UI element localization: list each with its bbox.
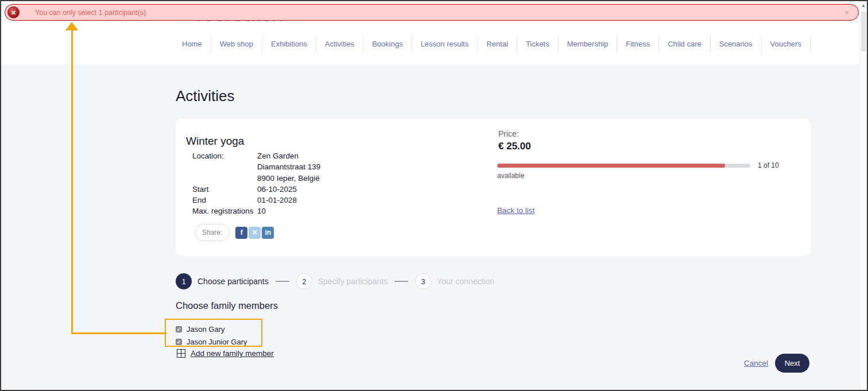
page-title: Activities (176, 87, 235, 105)
step-separator (394, 281, 408, 282)
nav-item-child-care[interactable]: Child care (659, 36, 711, 53)
detail-value: 8900 Ieper, België (257, 173, 320, 184)
checked-checkbox-icon[interactable]: ✓ (176, 339, 182, 345)
close-icon[interactable]: × (844, 8, 849, 17)
error-icon: ✕ (7, 6, 20, 18)
availability-count: 1 of 10 (758, 161, 779, 169)
facebook-icon[interactable]: f (235, 227, 247, 239)
linkedin-icon[interactable]: in (262, 227, 274, 239)
detail-row: 8900 Ieper, België (192, 173, 320, 184)
family-member-row[interactable]: ✓ Jason Junior Gary (176, 335, 247, 348)
nav-item-tickets[interactable]: Tickets (517, 36, 559, 53)
price-value: € 25.00 (498, 141, 531, 152)
detail-value: 10 (257, 206, 266, 216)
activity-details: Location: Zen Garden Diamantstraat 139 8… (192, 150, 320, 217)
x-twitter-icon[interactable]: ✕ (249, 227, 261, 239)
nav-item-lesson-results[interactable]: Lesson results (412, 36, 478, 53)
share-label: Share: (195, 224, 230, 241)
checked-checkbox-icon[interactable]: ✓ (176, 326, 182, 332)
step-separator (276, 281, 289, 282)
detail-label (192, 173, 257, 184)
family-members-heading: Choose family members (176, 300, 278, 311)
add-family-member[interactable]: Add new family member (177, 349, 274, 358)
availability-progress-bar (497, 164, 750, 168)
detail-row: Max. registrations 10 (192, 206, 320, 216)
social-buttons: f ✕ in (235, 227, 274, 239)
detail-row: Location: Zen Garden (192, 150, 320, 161)
nav-item-scenarios[interactable]: Scenarios (711, 36, 762, 53)
detail-value: Zen Garden (257, 150, 299, 161)
step-1-label: Choose participants (197, 277, 269, 286)
step-3-circle: 3 (415, 273, 431, 289)
detail-row: End 01-01-2028 (192, 195, 320, 206)
available-label: available (497, 172, 524, 180)
nav-item-bookings[interactable]: Bookings (363, 36, 412, 53)
plus-square-icon (177, 349, 185, 358)
detail-label: Location: (192, 150, 257, 161)
cancel-link[interactable]: Cancel (744, 359, 768, 367)
detail-label: End (192, 195, 257, 206)
detail-row: Start 06-10-2025 (192, 184, 320, 195)
detail-label: Start (192, 184, 257, 195)
nav-item-fitness[interactable]: Fitness (617, 36, 659, 53)
vertical-scrollbar[interactable]: ▲ (859, 1, 867, 390)
scrollbar-thumb[interactable] (861, 11, 866, 52)
family-member-row[interactable]: ✓ Jason Gary (176, 323, 247, 335)
family-member-name: Jason Junior Gary (187, 338, 247, 346)
detail-value: Diamantstraat 139 (257, 161, 320, 172)
error-banner: ✕ You can only select 1 participant(s) × (5, 4, 859, 21)
nav-item-exhibitions[interactable]: Exhibitions (262, 36, 316, 53)
family-member-list: ✓ Jason Gary ✓ Jason Junior Gary (176, 323, 247, 348)
nav-item-vouchers[interactable]: Vouchers (762, 36, 811, 53)
scrollbar-up-arrow-icon[interactable]: ▲ (860, 3, 867, 8)
detail-label: Max. registrations (192, 206, 257, 216)
detail-label (192, 161, 257, 172)
step-3-label: Your connection (437, 277, 494, 286)
webshop-window: recreatex Home Web shop Exhibitions Acti… (0, 0, 868, 391)
price-label: Price: (498, 129, 519, 138)
nav-item-activities[interactable]: Activities (316, 36, 363, 53)
activity-name: Winter yoga (186, 135, 244, 148)
detail-row: Diamantstraat 139 (192, 161, 320, 172)
availability-progress-fill (497, 164, 725, 168)
nav-item-web-shop[interactable]: Web shop (211, 36, 262, 53)
next-button[interactable]: Next (775, 354, 809, 373)
detail-value: 06-10-2025 (257, 184, 297, 195)
detail-value: 01-01-2028 (257, 195, 297, 206)
add-family-member-link[interactable]: Add new family member (191, 349, 274, 358)
nav-item-rental[interactable]: Rental (478, 36, 517, 53)
back-to-list-link[interactable]: Back to list (497, 206, 534, 215)
step-2-circle: 2 (296, 273, 312, 289)
nav-item-membership[interactable]: Membership (559, 36, 618, 53)
activity-card: Winter yoga Location: Zen Garden Diamant… (176, 119, 811, 255)
step-2-label: Specify participants (318, 277, 388, 286)
stepper: 1 Choose participants 2 Specify particip… (176, 273, 494, 289)
main-navigation: Home Web shop Exhibitions Activities Boo… (173, 36, 811, 53)
family-member-name: Jason Gary (187, 325, 224, 334)
error-message: You can only select 1 participant(s) (35, 9, 146, 17)
step-1-circle: 1 (176, 273, 192, 289)
nav-item-home[interactable]: Home (173, 36, 211, 53)
share-row: Share: f ✕ in (195, 224, 274, 241)
